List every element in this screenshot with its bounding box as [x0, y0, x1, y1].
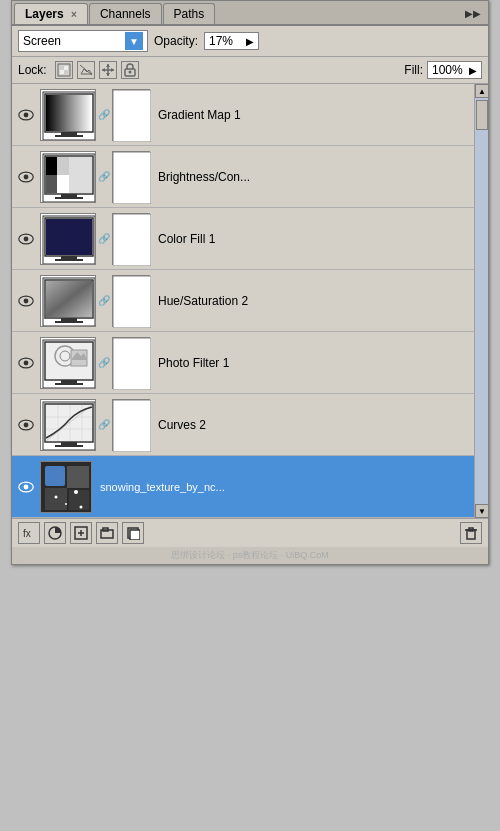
svg-rect-4 [64, 66, 68, 70]
lock-image-icon[interactable] [77, 61, 95, 79]
fill-arrow[interactable]: ▶ [469, 65, 477, 76]
svg-rect-77 [113, 400, 151, 452]
svg-rect-49 [61, 318, 77, 321]
delete-layer-button[interactable] [460, 522, 482, 544]
layer-thumb-container: 🔗 [40, 337, 150, 389]
svg-rect-85 [69, 490, 89, 510]
opacity-label: Opacity: [154, 34, 198, 48]
blend-mode-value: Screen [23, 34, 61, 48]
svg-point-23 [24, 174, 29, 179]
opacity-input[interactable]: 17% ▶ [204, 32, 259, 50]
svg-rect-41 [61, 256, 77, 259]
svg-rect-51 [113, 276, 151, 328]
svg-rect-82 [45, 466, 65, 486]
layer-row[interactable]: 🔗 Brightness/Con... [12, 146, 488, 208]
layer-chain-icon[interactable]: 🔗 [98, 419, 110, 430]
svg-rect-19 [61, 132, 77, 135]
svg-rect-50 [55, 321, 83, 323]
svg-point-65 [24, 422, 29, 427]
layer-chain-icon[interactable]: 🔗 [98, 109, 110, 120]
blend-mode-select[interactable]: Screen ▼ [18, 30, 148, 52]
layer-mask-thumbnail [112, 399, 150, 451]
svg-rect-43 [113, 214, 151, 266]
svg-point-37 [24, 236, 29, 241]
layer-visibility-icon[interactable] [16, 229, 36, 249]
blend-dropdown-arrow[interactable]: ▼ [125, 32, 143, 50]
layer-row[interactable]: 🔗 Color Fill 1 [12, 208, 488, 270]
tab-close-icon[interactable]: × [71, 9, 77, 20]
tab-channels[interactable]: Channels [89, 3, 162, 24]
layer-row[interactable]: 🔗 Hue/Saturation 2 [12, 270, 488, 332]
add-mask-button[interactable] [44, 522, 66, 544]
layer-thumb-container: 🔗 [40, 213, 150, 265]
layer-chain-icon[interactable]: 🔗 [98, 171, 110, 182]
watermark: 思绑设计论坛 · ps教程论坛 · UiBQ.CoM [12, 547, 488, 564]
layer-name: Curves 2 [154, 418, 484, 432]
layer-name: Brightness/Con... [154, 170, 484, 184]
svg-rect-40 [46, 219, 92, 255]
blend-row: Screen ▼ Opacity: 17% ▶ [12, 26, 488, 57]
scrollbar[interactable]: ▲ ▼ [474, 84, 488, 518]
fill-value: 100% [432, 63, 463, 77]
svg-rect-83 [67, 466, 89, 488]
layer-visibility-icon[interactable] [16, 477, 36, 497]
lock-transparency-icon[interactable] [55, 61, 73, 79]
svg-rect-32 [69, 157, 92, 193]
new-group-button[interactable] [96, 522, 118, 544]
svg-rect-33 [61, 194, 77, 197]
layer-visibility-icon[interactable] [16, 167, 36, 187]
layer-visibility-icon[interactable] [16, 291, 36, 311]
scroll-up-button[interactable]: ▲ [475, 84, 488, 98]
svg-rect-34 [55, 197, 83, 199]
layer-chain-icon[interactable]: 🔗 [98, 295, 110, 306]
svg-rect-1 [60, 66, 64, 70]
lock-row: Lock: [12, 57, 488, 84]
layer-visibility-icon[interactable] [16, 105, 36, 125]
scroll-thumb[interactable] [476, 100, 488, 130]
svg-point-86 [55, 495, 58, 498]
tab-panel-arrow[interactable]: ▶▶ [460, 6, 486, 21]
svg-point-13 [128, 71, 131, 74]
svg-rect-48 [46, 281, 92, 317]
tab-layers[interactable]: Layers × [14, 3, 88, 24]
layer-row[interactable]: 🔗 Photo Filter 1 [12, 332, 488, 394]
svg-rect-29 [57, 157, 69, 175]
scroll-down-button[interactable]: ▼ [475, 504, 488, 518]
svg-rect-2 [64, 70, 68, 74]
svg-rect-20 [55, 135, 83, 137]
new-adjustment-button[interactable] [70, 522, 92, 544]
opacity-arrow[interactable]: ▶ [246, 36, 254, 47]
layer-visibility-icon[interactable] [16, 415, 36, 435]
layer-mask-thumbnail [112, 275, 150, 327]
svg-point-88 [74, 490, 78, 494]
layer-visibility-icon[interactable] [16, 353, 36, 373]
layer-row[interactable]: 🔗 Curves 2 [12, 394, 488, 456]
layer-thumbnail [40, 151, 96, 203]
new-layer-button[interactable] [122, 522, 144, 544]
layer-name: Color Fill 1 [154, 232, 484, 246]
layer-chain-icon[interactable]: 🔗 [98, 233, 110, 244]
layer-row[interactable]: snowing_texture_by_nc... [12, 456, 488, 518]
svg-point-89 [80, 505, 83, 508]
layer-thumbnail [40, 213, 96, 265]
layer-style-button[interactable]: fx [18, 522, 40, 544]
layer-row[interactable]: 🔗 Gradient Map 1 [12, 84, 488, 146]
layer-mask-thumbnail [112, 213, 150, 265]
tab-channels-label: Channels [100, 7, 151, 21]
lock-all-icon[interactable] [121, 61, 139, 79]
svg-rect-30 [46, 175, 57, 193]
svg-rect-63 [113, 338, 151, 390]
layer-chain-icon[interactable]: 🔗 [98, 357, 110, 368]
svg-point-79 [24, 484, 29, 489]
svg-marker-11 [111, 68, 114, 72]
svg-rect-42 [55, 259, 83, 261]
svg-marker-10 [102, 68, 105, 72]
fill-input[interactable]: 100% ▶ [427, 61, 482, 79]
tab-paths[interactable]: Paths [163, 3, 216, 24]
layer-name: Hue/Saturation 2 [154, 294, 484, 308]
lock-position-icon[interactable] [99, 61, 117, 79]
layer-name: Photo Filter 1 [154, 356, 484, 370]
layer-thumb-container: 🔗 [40, 151, 150, 203]
layer-thumbnail [40, 275, 96, 327]
svg-rect-61 [61, 380, 77, 383]
